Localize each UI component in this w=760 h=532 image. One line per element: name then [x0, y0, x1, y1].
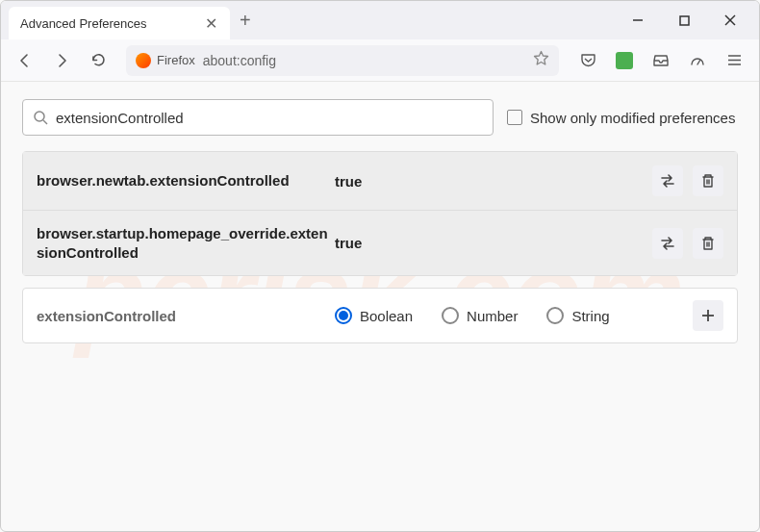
- preference-table: browser.newtab.extensionControlled true …: [22, 151, 738, 276]
- dashboard-icon[interactable]: [686, 49, 709, 72]
- minimize-button[interactable]: [628, 11, 647, 30]
- search-icon: [33, 110, 48, 125]
- modified-filter[interactable]: Show only modified preferences: [507, 110, 735, 126]
- radio-icon[interactable]: [335, 307, 352, 324]
- radio-label: Boolean: [360, 308, 413, 324]
- address-bar[interactable]: Firefox about:config: [126, 45, 559, 76]
- preference-value: true: [335, 235, 652, 251]
- close-window-button[interactable]: [721, 11, 740, 30]
- search-row: Show only modified preferences: [22, 99, 738, 136]
- firefox-badge: Firefox: [136, 53, 195, 68]
- search-input[interactable]: [56, 110, 483, 126]
- preference-actions: [652, 165, 723, 196]
- svg-rect-1: [680, 16, 689, 25]
- firefox-icon: [136, 53, 151, 68]
- checkbox-icon[interactable]: [507, 110, 522, 125]
- preference-actions: [652, 228, 723, 259]
- radio-icon[interactable]: [442, 307, 459, 324]
- toolbar-icons: [572, 49, 749, 72]
- toggle-button[interactable]: [652, 165, 683, 196]
- tab-bar: Advanced Preferences ✕ +: [1, 1, 759, 39]
- checkbox-label: Show only modified preferences: [530, 110, 735, 126]
- preference-value: true: [335, 173, 652, 190]
- nav-bar: Firefox about:config: [1, 39, 759, 82]
- radio-boolean[interactable]: Boolean: [335, 307, 413, 324]
- firefox-label: Firefox: [157, 53, 195, 67]
- new-tab-button[interactable]: +: [240, 10, 251, 32]
- back-button[interactable]: [11, 46, 39, 75]
- pocket-icon[interactable]: [576, 49, 599, 72]
- new-preference-row: extensionControlled Boolean Number Strin…: [22, 288, 738, 343]
- toggle-icon: [659, 235, 676, 252]
- content-area: Show only modified preferences browser.n…: [1, 82, 759, 361]
- preference-name: browser.startup.homepage_override.extens…: [37, 224, 335, 262]
- radio-label: Number: [467, 308, 518, 324]
- radio-label: String: [571, 308, 609, 324]
- url-text: about:config: [203, 53, 276, 68]
- menu-icon[interactable]: [722, 49, 746, 72]
- svg-line-8: [43, 120, 47, 124]
- extension-icon[interactable]: [613, 49, 636, 72]
- new-preference-name: extensionControlled: [37, 308, 335, 324]
- radio-string[interactable]: String: [546, 307, 609, 324]
- window-controls: [628, 11, 751, 30]
- radio-icon[interactable]: [546, 307, 564, 324]
- preference-row: browser.newtab.extensionControlled true: [23, 152, 737, 210]
- bookmark-star-icon[interactable]: [533, 50, 549, 70]
- delete-button[interactable]: [693, 228, 723, 259]
- radio-number[interactable]: Number: [442, 307, 518, 324]
- trash-icon: [700, 173, 716, 189]
- inbox-icon[interactable]: [649, 49, 672, 72]
- preference-name: browser.newtab.extensionControlled: [37, 171, 335, 190]
- toggle-icon: [659, 172, 676, 190]
- add-button[interactable]: [693, 300, 723, 331]
- type-radio-group: Boolean Number String: [335, 307, 693, 324]
- search-box[interactable]: [22, 99, 494, 136]
- reload-button[interactable]: [84, 46, 113, 75]
- preference-row: browser.startup.homepage_override.extens…: [23, 210, 737, 275]
- maximize-button[interactable]: [674, 11, 694, 30]
- browser-tab[interactable]: Advanced Preferences ✕: [9, 7, 230, 39]
- toggle-button[interactable]: [652, 228, 683, 259]
- plus-icon: [700, 308, 716, 323]
- delete-button[interactable]: [693, 165, 723, 196]
- close-tab-icon[interactable]: ✕: [203, 15, 218, 31]
- svg-point-7: [35, 112, 44, 121]
- tab-title: Advanced Preferences: [20, 16, 147, 31]
- forward-button[interactable]: [47, 46, 76, 75]
- trash-icon: [700, 236, 716, 251]
